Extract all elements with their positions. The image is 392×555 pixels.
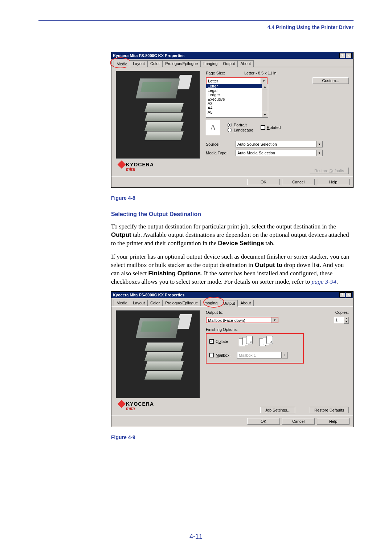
close-icon[interactable]: × (346, 53, 352, 58)
checkbox-mailbox[interactable]: Mailbox: (209, 353, 230, 357)
tab-media[interactable]: Media (114, 300, 130, 306)
help-icon[interactable]: ? (339, 292, 345, 297)
properties-dialog-media-tab: Kyocera Mita FS-8000C KX Properties ? × … (111, 52, 354, 188)
page-size-selected: Letter (207, 78, 261, 84)
mailbox-combo: Mailbox 1 ▼ (237, 352, 288, 358)
tab-strip: Media Layout Color Prologue/Epilogue Ima… (111, 59, 353, 67)
page-number: 4-11 (38, 533, 354, 540)
restore-defaults-button[interactable]: Restore Defaults (310, 407, 349, 413)
list-item[interactable]: Ledger (206, 93, 268, 97)
mailbox-value: Mailbox 1 (237, 352, 281, 358)
copies-label: Copies: (335, 310, 349, 315)
copies-spinner[interactable]: 1 ▲▼ (334, 317, 349, 324)
body-paragraph: If your printer has an optional output d… (111, 253, 354, 286)
tab-about[interactable]: About (237, 300, 254, 306)
radio-portrait[interactable]: PPortraitortrait (228, 123, 253, 127)
chevron-down-icon[interactable]: ▼ (316, 141, 322, 147)
tab-color[interactable]: Color (147, 60, 163, 67)
brand-logo: KYOCERA mita (119, 162, 154, 172)
help-button[interactable]: Help (317, 179, 350, 185)
window-title: Kyocera Mita FS-8000C KX Properties (113, 53, 184, 58)
source-combo[interactable]: Auto Source Selection ▼ (236, 141, 323, 147)
list-item[interactable]: A5 (206, 110, 268, 114)
header-rule (38, 20, 354, 21)
output-to-combo[interactable]: Mailbox (Face-down) ▼ (206, 317, 278, 323)
tab-about[interactable]: About (237, 60, 254, 67)
printer-preview (116, 310, 200, 398)
brand-logo: KYOCERA mita (119, 401, 154, 411)
chevron-down-icon[interactable]: ▼ (316, 150, 322, 156)
dialog-footer: OK Cancel Help (111, 176, 353, 187)
job-settings-button[interactable]: Job Settings... (260, 407, 295, 413)
printer-preview (116, 71, 200, 159)
spin-down-icon[interactable]: ▼ (344, 320, 348, 323)
cancel-button[interactable]: Cancel (282, 418, 315, 425)
checkbox-rotated[interactable]: Rotated (261, 125, 281, 130)
list-item[interactable]: Letter (206, 84, 268, 88)
figure-caption: Figure 4-9 (111, 434, 354, 440)
window-title: Kyocera Mita FS-8000C KX Properties (113, 293, 184, 297)
page-size-info: Letter - 8.5 x 11 in. (244, 71, 278, 75)
radio-landscape[interactable]: Landscape (228, 128, 253, 132)
finishing-label: Finishing Options: (206, 327, 349, 332)
scroll-up-icon[interactable]: ▲ (262, 84, 268, 89)
tab-layout[interactable]: Layout (130, 60, 148, 67)
content-column: Kyocera Mita FS-8000C KX Properties ? × … (111, 52, 354, 440)
tab-output[interactable]: Output (220, 60, 238, 67)
list-item[interactable]: A4 (206, 106, 268, 110)
copies-value[interactable]: 1 (334, 317, 344, 323)
logo-icon (118, 400, 126, 408)
source-label: Source: (206, 142, 236, 146)
scroll-down-icon[interactable]: ▼ (262, 112, 268, 117)
scrollbar[interactable]: ▲ ▼ (262, 84, 268, 117)
close-icon[interactable]: × (346, 292, 352, 297)
help-button[interactable]: Help (317, 418, 350, 425)
orientation-preview: A (206, 120, 220, 135)
section-title: Selecting the Output Destination (111, 211, 354, 218)
custom-button[interactable]: Custom... (313, 77, 349, 84)
list-item[interactable]: A3 (206, 101, 268, 106)
output-to-value: Mailbox (Face-down) (207, 317, 271, 323)
dialog-footer: OK Cancel Help (111, 416, 353, 427)
logo-icon (118, 161, 126, 169)
tab-media[interactable]: Media (114, 61, 130, 67)
chevron-down-icon[interactable]: ▼ (261, 78, 267, 84)
tab-prologue[interactable]: Prologue/Epilogue (162, 300, 201, 306)
page-size-list[interactable]: Letter Legal Ledger Executive A3 A4 A5 ▲… (206, 84, 268, 118)
body-paragraph: To specify the output destination for pa… (111, 223, 354, 248)
page-size-combo[interactable]: Letter ▼ (206, 77, 268, 84)
chevron-down-icon[interactable]: ▼ (271, 317, 278, 323)
titlebar: Kyocera Mita FS-8000C KX Properties ? × (111, 52, 353, 59)
logo-subtext: mita (126, 167, 154, 172)
ok-button[interactable]: OK (247, 179, 280, 185)
chevron-down-icon: ▼ (281, 352, 287, 358)
tab-strip: Media Layout Color Prologue/Epilogue Ima… (111, 298, 353, 307)
footer-rule (38, 529, 354, 529)
printer-illustration (138, 318, 181, 383)
tab-prologue[interactable]: Prologue/Epilogue (162, 60, 201, 67)
titlebar: Kyocera Mita FS-8000C KX Properties ? × (111, 292, 353, 298)
list-item[interactable]: Executive (206, 97, 268, 101)
page-size-label: Page Size: (206, 71, 236, 75)
properties-dialog-output-tab: Kyocera Mita FS-8000C KX Properties ? × … (111, 291, 354, 427)
printer-illustration (138, 78, 181, 144)
page-ref-link[interactable]: page 3-94 (311, 278, 336, 285)
logo-subtext: mita (126, 406, 154, 411)
tab-color[interactable]: Color (147, 300, 163, 306)
media-type-combo[interactable]: Auto Media Selection ▼ (236, 150, 323, 156)
restore-defaults-button: Restore Defaults (310, 167, 349, 174)
collate-icon: 123 123 (239, 336, 277, 347)
tab-imaging[interactable]: Imaging (200, 60, 220, 67)
output-to-label: Output to: (206, 310, 223, 315)
finishing-options-group: ✓Collate 123 123 Mailbox: Mailbox 1 ▼ (206, 333, 304, 364)
checkbox-collate[interactable]: ✓Collate (209, 339, 228, 344)
help-icon[interactable]: ? (339, 53, 345, 58)
list-item[interactable]: Legal (206, 88, 268, 93)
spin-up-icon[interactable]: ▲ (344, 317, 348, 320)
media-type-label: Media Type: (206, 151, 236, 155)
source-value: Auto Source Selection (236, 141, 316, 147)
cancel-button[interactable]: Cancel (282, 179, 315, 185)
ok-button[interactable]: OK (247, 418, 280, 425)
figure-caption: Figure 4-8 (111, 195, 354, 201)
tab-layout[interactable]: Layout (130, 300, 148, 306)
